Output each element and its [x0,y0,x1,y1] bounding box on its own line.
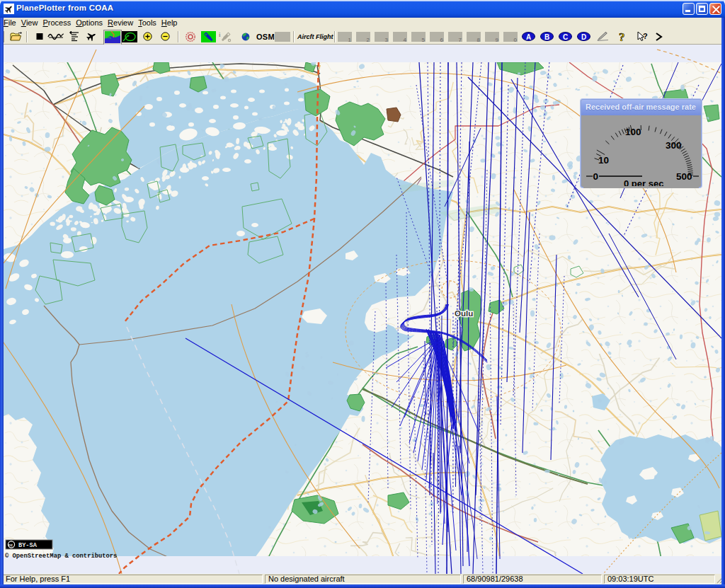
svg-text:0: 0 [593,171,599,182]
svg-text:© OpenStreetMap & contributors: © OpenStreetMap & contributors [5,553,117,560]
svg-text:i: i [219,31,221,38]
svg-text:Oulu: Oulu [455,309,473,318]
svg-text:?: ? [619,31,625,42]
svg-text:BY-SA: BY-SA [18,542,38,549]
svg-text:500: 500 [676,171,692,182]
svg-text:0 per sec: 0 per sec [624,178,663,186]
svg-text:cc: cc [8,543,13,547]
svg-text:10: 10 [598,155,609,166]
svg-text:?: ? [643,32,648,40]
svg-text:300: 300 [666,140,682,151]
svg-text:100: 100 [625,127,641,137]
